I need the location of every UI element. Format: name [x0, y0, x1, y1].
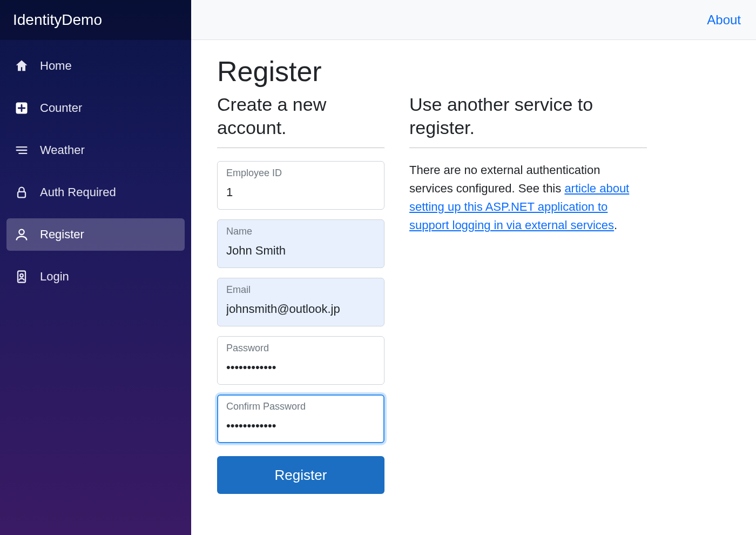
sidebar-item-weather[interactable]: Weather: [6, 134, 185, 166]
sidebar-item-label: Home: [40, 59, 72, 73]
password-field-wrapper: Password: [217, 336, 384, 385]
register-submit-button[interactable]: Register: [217, 456, 384, 494]
person-icon: [14, 227, 29, 242]
svg-point-7: [20, 274, 23, 277]
nav: Home Counter Weather Auth Required: [0, 40, 191, 303]
divider: [217, 148, 384, 148]
svg-point-5: [19, 230, 24, 235]
sidebar-item-login[interactable]: Login: [6, 260, 185, 293]
confirm-password-field-wrapper: Confirm Password: [217, 394, 384, 443]
plus-square-icon: [14, 101, 29, 116]
sidebar: IdentityDemo Home Counter Weather: [0, 0, 191, 535]
main: About Register Create a new account. Emp…: [191, 0, 756, 535]
external-auth-text: There are no external authentication ser…: [409, 161, 647, 235]
create-account-heading: Create a new account.: [217, 93, 384, 139]
external-auth-column: Use another service to register. There a…: [409, 93, 647, 235]
email-input[interactable]: [217, 278, 384, 326]
topbar: About: [191, 0, 756, 40]
home-icon: [14, 58, 29, 73]
register-form-column: Create a new account. Employee ID Name: [217, 93, 384, 494]
sidebar-item-counter[interactable]: Counter: [6, 92, 185, 124]
employee-id-field-wrapper: Employee ID: [217, 161, 384, 210]
name-field-wrapper: Name: [217, 219, 384, 268]
sidebar-item-label: Register: [40, 228, 84, 242]
sidebar-item-register[interactable]: Register: [6, 218, 185, 251]
list-icon: [14, 143, 29, 158]
employee-id-input[interactable]: [217, 161, 384, 210]
divider: [409, 148, 647, 148]
sidebar-item-label: Login: [40, 270, 69, 284]
external-auth-text-after: .: [614, 218, 617, 232]
name-input[interactable]: [217, 219, 384, 268]
brand-title: IdentityDemo: [13, 11, 102, 29]
svg-rect-4: [18, 192, 25, 198]
register-form: Employee ID Name Email Password: [217, 161, 384, 494]
sidebar-item-auth-required[interactable]: Auth Required: [6, 176, 185, 209]
confirm-password-input[interactable]: [217, 394, 384, 443]
sidebar-item-label: Counter: [40, 101, 82, 115]
page-title: Register: [217, 55, 730, 88]
password-input[interactable]: [217, 336, 384, 385]
sidebar-item-label: Auth Required: [40, 185, 116, 199]
email-field-wrapper: Email: [217, 278, 384, 326]
lock-icon: [14, 185, 29, 200]
brand-bar: IdentityDemo: [0, 0, 191, 40]
id-card-icon: [14, 269, 29, 284]
external-auth-heading: Use another service to register.: [409, 93, 647, 139]
sidebar-item-label: Weather: [40, 143, 85, 157]
content: Register Create a new account. Employee …: [191, 40, 756, 509]
sidebar-item-home[interactable]: Home: [6, 50, 185, 82]
about-link[interactable]: About: [707, 12, 741, 28]
